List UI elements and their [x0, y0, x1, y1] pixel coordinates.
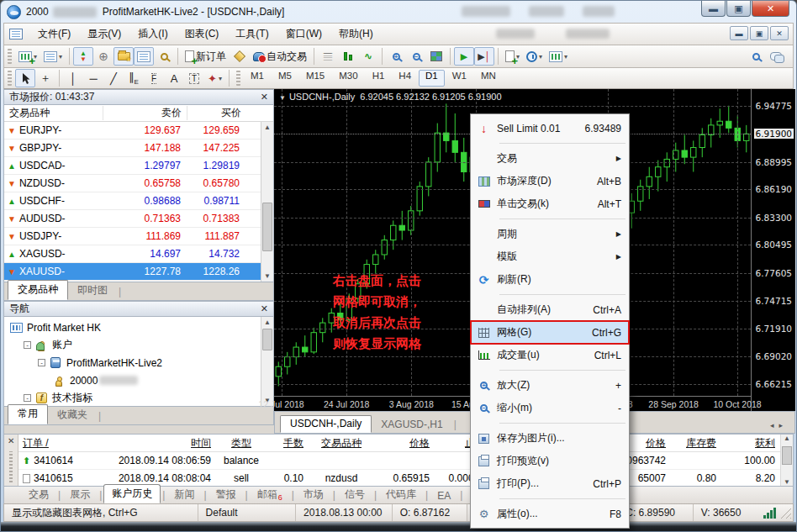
resize-grip[interactable]: [779, 507, 791, 519]
navigator-item[interactable]: 20000: [4, 371, 273, 389]
context-menu-item-属性o[interactable]: ⚙属性(o)...F8: [471, 503, 629, 525]
terminal-column-0[interactable]: 订单 /: [18, 436, 96, 450]
context-menu-item-缩小m[interactable]: −缩小(m)-: [471, 397, 629, 419]
tab-tick-chart[interactable]: 即时图: [68, 282, 117, 300]
timeframe-button-M30[interactable]: M30: [332, 70, 364, 87]
terminal-column-3[interactable]: 手数: [267, 436, 308, 450]
context-menu-item-市场深度D[interactable]: 市场深度(D)Alt+B: [471, 170, 629, 192]
terminal-column-right-1[interactable]: 库存费: [670, 436, 720, 450]
zoom-out-button[interactable]: −: [406, 47, 426, 66]
equidistant-channel-tool[interactable]: ∥E: [124, 69, 144, 87]
column-symbol[interactable]: 交易品种: [4, 106, 103, 120]
navigator-item[interactable]: -账户: [4, 336, 273, 354]
market-watch-row[interactable]: ▲USDCAD-1.297971.29819: [4, 157, 273, 175]
timeframe-button-W1[interactable]: W1: [446, 70, 473, 87]
timeframe-button-M5[interactable]: M5: [272, 70, 298, 87]
context-menu-item-打印预览v[interactable]: 打印预览(v): [471, 450, 629, 472]
terminal-tab-代码库[interactable]: 代码库: [378, 486, 424, 503]
arrows-tool[interactable]: ✦▾: [204, 69, 225, 87]
context-menu-item-刷新R[interactable]: ⟳刷新(R): [471, 268, 629, 291]
market-watch-scrollbar[interactable]: ▲ ▼: [261, 122, 273, 282]
new-chart-button[interactable]: ▾: [15, 47, 40, 66]
templates-button[interactable]: ▾: [546, 47, 571, 66]
window-maximize-button[interactable]: ▣: [726, 1, 751, 17]
text-tool[interactable]: A: [164, 69, 184, 87]
terminal-tab-展示[interactable]: 展示: [62, 486, 98, 503]
tab-symbols[interactable]: 交易品种: [8, 280, 68, 300]
context-menu-item-自动排列A[interactable]: 自动排列(A)Ctrl+A: [471, 298, 629, 321]
terminal-column-5[interactable]: 价格: [375, 436, 434, 450]
timeframe-button-M15[interactable]: M15: [299, 70, 331, 87]
chart-window-icon[interactable]: [9, 29, 23, 40]
market-watch-toggle[interactable]: ▲▼: [73, 47, 93, 66]
navigator-item[interactable]: -ProfitMarketHK-Live2: [4, 354, 273, 371]
toolbar-grip[interactable]: [8, 49, 12, 64]
chat-icon[interactable]: [766, 47, 786, 66]
context-menu-item-单击交易k[interactable]: 单击交易(k)Alt+T: [471, 192, 629, 215]
context-menu-item-成交量u[interactable]: 成交量(u)Ctrl+L: [471, 344, 629, 366]
data-window-toggle[interactable]: ⊕: [93, 47, 113, 66]
window-minimize-button[interactable]: ▬: [701, 1, 726, 17]
market-watch-row[interactable]: ▼GBPJPY-147.188147.225: [4, 140, 273, 157]
menubar-item-T[interactable]: 工具(T): [227, 24, 277, 44]
candlestick-button[interactable]: [338, 47, 358, 66]
terminal-tab-市场[interactable]: 市场: [296, 486, 331, 503]
chart-tab-xagusd[interactable]: XAGUSD-,H1: [372, 417, 451, 433]
timeframe-button-MN[interactable]: MN: [474, 70, 503, 87]
market-watch-row[interactable]: ▼USDJPY-111.869111.887: [4, 228, 273, 245]
column-ask[interactable]: 买价: [187, 106, 246, 120]
tree-expander-icon[interactable]: -: [24, 341, 31, 349]
terminal-grip[interactable]: ✕: [4, 435, 18, 486]
child-minimize-button[interactable]: ▬: [730, 26, 748, 40]
menubar-item-V[interactable]: 显示(V): [79, 24, 129, 44]
market-watch-row[interactable]: ▲USDCHF-0.986880.98711: [4, 192, 273, 210]
navigator-close-icon[interactable]: ✕: [261, 303, 268, 314]
crosshair-tool[interactable]: ＋: [35, 69, 55, 87]
timeframe-button-D1[interactable]: D1: [419, 70, 445, 87]
terminal-column-4[interactable]: 交易品种: [308, 436, 375, 450]
timeframe-button-H4[interactable]: H4: [392, 70, 418, 87]
terminal-toggle[interactable]: [134, 47, 154, 66]
navigator-item[interactable]: Profit Market HK: [4, 319, 273, 336]
tab-common[interactable]: 常用: [8, 404, 48, 424]
tab-favorites[interactable]: 收藏夹: [48, 406, 97, 424]
vertical-line-tool[interactable]: │: [63, 69, 83, 87]
context-menu-item-周期[interactable]: 周期▶: [471, 223, 629, 245]
chart-tab-scroll-arrows[interactable]: ◂▸: [770, 421, 788, 429]
horizontal-line-tool[interactable]: ─: [83, 69, 103, 87]
timeframe-button-H1[interactable]: H1: [366, 70, 392, 87]
market-watch-row[interactable]: ▲XAGUSD-14.69714.732: [4, 245, 273, 263]
context-menu-item-SellLimit001[interactable]: ↓Sell Limit 0.016.93489: [471, 117, 629, 140]
fibonacci-tool[interactable]: F: [144, 69, 164, 87]
navigator-scrollbar[interactable]: ▲ ▼: [261, 317, 273, 406]
context-menu-item-模版[interactable]: 模版▶: [471, 245, 629, 268]
status-template[interactable]: Default: [198, 504, 297, 521]
line-chart-button[interactable]: ∿: [358, 47, 378, 66]
zoom-in-button[interactable]: +: [386, 47, 406, 66]
menubar-item-C[interactable]: 图表(C): [177, 24, 228, 44]
new-order-button[interactable]: 新订单: [182, 47, 230, 66]
text-label-tool[interactable]: T: [184, 69, 204, 87]
child-restore-button[interactable]: ▣: [750, 26, 768, 40]
toolbar-grip[interactable]: [8, 71, 12, 86]
terminal-column-1[interactable]: 时间: [96, 436, 215, 450]
tree-expander-icon[interactable]: -: [38, 359, 45, 366]
menubar-item-I[interactable]: 插入(I): [129, 24, 176, 44]
terminal-row[interactable]: ⬆34106142018.09.14 08:06:59balance124189…: [18, 452, 793, 470]
market-watch-row[interactable]: ▼NZDUSD-0.657580.65780: [4, 175, 273, 192]
indicators-button[interactable]: ▾: [502, 47, 523, 66]
terminal-column-2[interactable]: 类型: [215, 436, 267, 450]
terminal-tab-新闻[interactable]: 新闻: [166, 486, 202, 503]
window-close-button[interactable]: ✕: [752, 1, 789, 17]
navigator-toggle[interactable]: [113, 47, 134, 66]
terminal-tab-EA[interactable]: EA: [430, 488, 458, 503]
context-menu-item-保存为图片i[interactable]: 保存为图片(i)...: [471, 427, 629, 450]
market-watch-row[interactable]: ▼AUDUSD-0.713630.71383: [4, 210, 273, 228]
menubar-item-H[interactable]: 帮助(H): [330, 24, 382, 44]
timeframe-button-M1[interactable]: M1: [244, 70, 271, 87]
chart-tab-usdcnh[interactable]: USDCNH-,Daily: [280, 415, 372, 433]
trendline-tool[interactable]: ╱: [103, 69, 124, 87]
terminal-tab-交易[interactable]: 交易: [21, 486, 56, 503]
column-bid[interactable]: 卖价: [103, 106, 187, 120]
bar-chart-button[interactable]: 𝄙: [318, 47, 338, 66]
